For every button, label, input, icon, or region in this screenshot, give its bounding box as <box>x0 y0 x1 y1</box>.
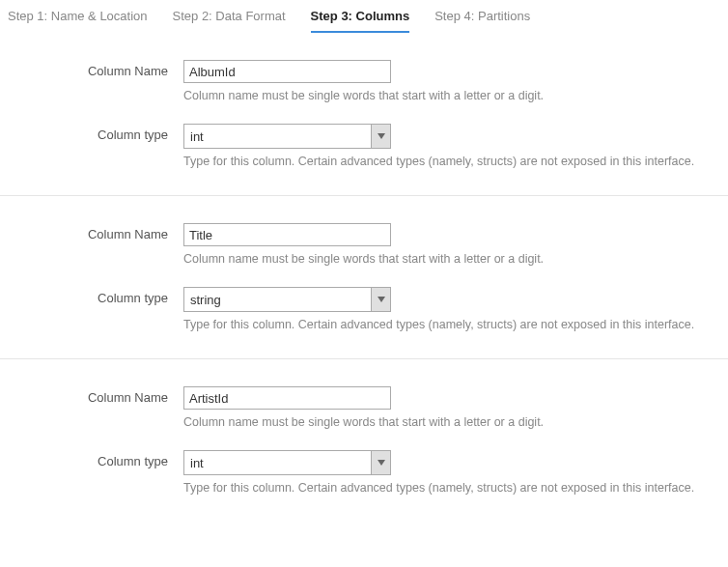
column-type-hint: Type for this column. Certain advanced t… <box>183 318 728 331</box>
column-name-label: Column Name <box>0 223 183 241</box>
column-name-hint: Column name must be single words that st… <box>183 89 728 102</box>
column-name-hint: Column name must be single words that st… <box>183 415 728 429</box>
column-type-select[interactable]: int <box>183 450 391 475</box>
tab-step2[interactable]: Step 2: Data Format <box>173 9 286 33</box>
column-type-hint: Type for this column. Certain advanced t… <box>183 481 728 495</box>
column-name-input[interactable] <box>183 223 391 246</box>
column-name-input[interactable] <box>183 60 391 83</box>
chevron-down-icon[interactable] <box>371 288 390 311</box>
column-section-1: Column Name Column name must be single w… <box>0 196 728 358</box>
column-section-0: Column Name Column name must be single w… <box>0 33 728 195</box>
column-type-label: Column type <box>0 450 183 468</box>
column-type-select[interactable]: int <box>183 124 391 149</box>
column-type-hint: Type for this column. Certain advanced t… <box>183 155 728 168</box>
column-type-value: int <box>184 129 371 144</box>
tab-step3[interactable]: Step 3: Columns <box>311 9 410 33</box>
column-name-hint: Column name must be single words that st… <box>183 252 728 266</box>
column-type-label: Column type <box>0 287 183 305</box>
column-name-input[interactable] <box>183 386 391 410</box>
chevron-down-icon[interactable] <box>371 451 390 474</box>
tab-step1[interactable]: Step 1: Name & Location <box>8 9 148 33</box>
wizard-tabs: Step 1: Name & Location Step 2: Data For… <box>0 0 728 33</box>
column-name-label: Column Name <box>0 386 183 405</box>
column-section-2: Column Name Column name must be single w… <box>0 359 728 522</box>
column-type-select[interactable]: string <box>183 287 391 312</box>
chevron-down-icon[interactable] <box>371 125 390 148</box>
column-name-label: Column Name <box>0 60 183 78</box>
column-type-label: Column type <box>0 124 183 142</box>
column-type-value: int <box>184 456 371 470</box>
column-type-value: string <box>184 293 371 307</box>
tab-step4[interactable]: Step 4: Partitions <box>434 9 530 33</box>
